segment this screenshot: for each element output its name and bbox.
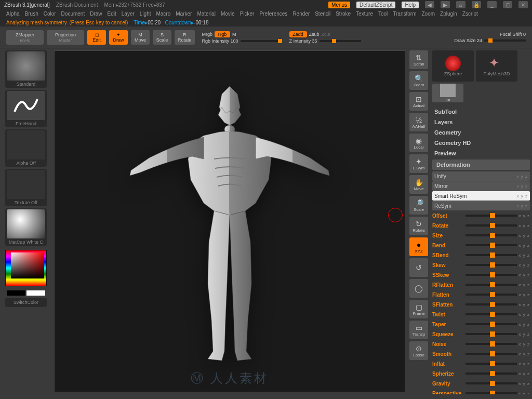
viewport-lasso-button[interactable]: ⊙Lasso xyxy=(409,341,428,360)
menu-stroke[interactable]: Stroke xyxy=(336,11,351,17)
def-slider-smooth[interactable]: Smoothx y z xyxy=(432,349,530,358)
close-icon[interactable]: ✕ xyxy=(518,1,528,8)
def-mirror[interactable]: Mirrorx y z xyxy=(432,181,530,191)
projection-master-button[interactable]: ProjectionMaster xyxy=(47,30,84,45)
section-preview[interactable]: Preview xyxy=(430,148,532,158)
menus-button[interactable]: Menus xyxy=(328,2,350,8)
menu-zplugin[interactable]: Zplugin xyxy=(440,11,457,17)
home-icon[interactable]: ⌂ xyxy=(456,1,466,8)
zsphere-tool[interactable]: ZSphere xyxy=(432,50,474,82)
menu-brush[interactable]: Brush xyxy=(25,11,38,17)
section-geometry[interactable]: Geometry xyxy=(430,127,532,138)
rotate-button[interactable]: RRotate xyxy=(175,30,195,45)
prev-layout-icon[interactable]: ◀ xyxy=(425,1,434,8)
minimize-icon[interactable]: _ xyxy=(487,1,497,8)
viewport-rotate-button[interactable]: ↻Rotate xyxy=(409,217,428,235)
def-slider-skew[interactable]: Skewx y z xyxy=(432,260,530,270)
viewport-scroll-button[interactable]: ⇅Scroll xyxy=(409,50,428,69)
menu-draw[interactable]: Draw xyxy=(90,11,102,17)
move-button[interactable]: MMove xyxy=(131,30,150,45)
def-slider-inflat[interactable]: Inflatx y z xyxy=(432,359,530,368)
zcut-toggle[interactable]: Zcut xyxy=(322,32,331,37)
viewport-transp-button[interactable]: ▭Transp xyxy=(409,321,428,339)
brush-slot[interactable]: Standard xyxy=(5,50,47,88)
viewport-local-button[interactable]: ◉Local xyxy=(409,134,428,152)
z-intensity-slider[interactable] xyxy=(320,40,361,42)
def-slider-gravity[interactable]: Gravityx y z xyxy=(432,379,530,388)
material-slot[interactable]: MatCap White C xyxy=(5,208,47,246)
active-tool[interactable]: tui xyxy=(432,84,463,102)
viewport-frame-button[interactable]: ▢Frame xyxy=(409,300,428,318)
menu-zoom[interactable]: Zoom xyxy=(421,11,435,17)
def-slider-noise[interactable]: Noisex y z xyxy=(432,339,530,349)
section-geometryhd[interactable]: Geometry HD xyxy=(430,138,532,148)
viewport-move-button[interactable]: ✋Move xyxy=(409,175,428,194)
def-slider-perspective[interactable]: Perspectivex y z xyxy=(432,389,530,394)
def-slider-sskew[interactable]: SSkewx y z xyxy=(432,270,530,280)
stroke-slot[interactable]: FreeHand xyxy=(5,90,47,127)
def-resym[interactable]: ReSymx y z xyxy=(432,201,530,210)
menu-zscript[interactable]: Zscript xyxy=(462,11,478,17)
def-slider-taper[interactable]: Taperx y z xyxy=(432,320,530,329)
rgb-toggle[interactable]: Rgb xyxy=(215,31,230,37)
color-swatches[interactable] xyxy=(5,290,47,296)
def-slider-rflatten[interactable]: RFlattenx y z xyxy=(432,280,530,289)
def-slider-sbend[interactable]: SBendx y z xyxy=(432,250,530,260)
draw-button[interactable]: ✦Draw xyxy=(109,30,128,45)
m-toggle[interactable]: M xyxy=(232,32,236,37)
zmapper-button[interactable]: ZMapperrev-E xyxy=(6,30,44,45)
viewport-zoom-button[interactable]: 🔍Zoom xyxy=(409,71,428,90)
menu-preferences[interactable]: Preferences xyxy=(259,11,287,17)
viewport-xyz-button[interactable]: ●XYZ xyxy=(409,237,428,256)
menu-color[interactable]: Color xyxy=(44,11,56,17)
def-slider-rotate[interactable]: Rotatex y z xyxy=(432,221,530,230)
lock-icon[interactable]: 🔒 xyxy=(472,1,481,8)
def-slider-bend[interactable]: Bendx y z xyxy=(432,241,530,250)
viewport-aahalf-button[interactable]: ½AAHalf xyxy=(409,113,428,131)
menu-movie[interactable]: Movie xyxy=(221,11,235,17)
switch-color-button[interactable]: SwitchColor xyxy=(5,298,47,307)
menu-texture[interactable]: Texture xyxy=(356,11,373,17)
viewport-scale-button[interactable]: 🔎Scale xyxy=(409,196,428,215)
menu-marker[interactable]: Marker xyxy=(176,11,192,17)
rgb-intensity-slider[interactable] xyxy=(241,40,282,42)
zsub-toggle[interactable]: Zsub xyxy=(309,32,320,37)
menu-material[interactable]: Material xyxy=(197,11,216,17)
def-slider-twist[interactable]: Twistx y z xyxy=(432,310,530,319)
viewport-l.sym-button[interactable]: ✦L.Sym xyxy=(409,154,428,173)
section-subtool[interactable]: SubTool xyxy=(430,107,532,117)
edit-button[interactable]: ◻Edit xyxy=(87,30,106,45)
scale-button[interactable]: SScale xyxy=(153,30,171,45)
viewport-btn10-button[interactable]: ↺ xyxy=(409,258,428,277)
next-layout-icon[interactable]: ▶ xyxy=(441,1,450,8)
menu-render[interactable]: Render xyxy=(292,11,310,17)
menu-macro[interactable]: Macro xyxy=(156,11,170,17)
viewport-actual-button[interactable]: ⊡Actual xyxy=(409,92,428,111)
menu-transform[interactable]: Transform xyxy=(393,11,416,17)
zadd-toggle[interactable]: Zadd xyxy=(289,31,307,37)
def-slider-offset[interactable]: Offsetx y z xyxy=(432,211,530,220)
def-unify[interactable]: Unifyx y z xyxy=(432,171,530,181)
def-slider-squeeze[interactable]: Squeezex y z xyxy=(432,329,530,339)
draw-size-slider[interactable] xyxy=(484,39,526,42)
menu-layer[interactable]: Layer xyxy=(122,11,135,17)
texture-slot[interactable]: Texture Off xyxy=(5,169,47,206)
menu-edit[interactable]: Edit xyxy=(108,11,116,17)
menu-light[interactable]: Light xyxy=(140,11,151,17)
viewport[interactable]: Ⓜ 人人素材 xyxy=(54,50,405,392)
section-deformation[interactable]: Deformation xyxy=(432,159,530,170)
menu-stencil[interactable]: Stencil xyxy=(315,11,330,17)
def-slider-size[interactable]: Sizex y z xyxy=(432,231,530,240)
zscript-button[interactable]: DefaultZScript xyxy=(356,2,395,8)
menu-document[interactable]: Document xyxy=(61,11,85,17)
mrgb-toggle[interactable]: Mrgb xyxy=(202,32,213,37)
menu-picker[interactable]: Picker xyxy=(240,11,255,17)
color-picker[interactable] xyxy=(5,250,47,286)
section-layers[interactable]: Layers xyxy=(430,117,532,127)
polymesh-tool[interactable]: ✦PolyMesh3D xyxy=(476,50,517,82)
help-button[interactable]: Help xyxy=(402,2,419,8)
alpha-slot[interactable]: Alpha Off xyxy=(5,129,47,167)
def-slider-flatten[interactable]: Flattenx y z xyxy=(432,290,530,299)
def-smartresym[interactable]: Smart ReSymx y z xyxy=(432,191,530,201)
maximize-icon[interactable]: ▢ xyxy=(503,1,512,8)
